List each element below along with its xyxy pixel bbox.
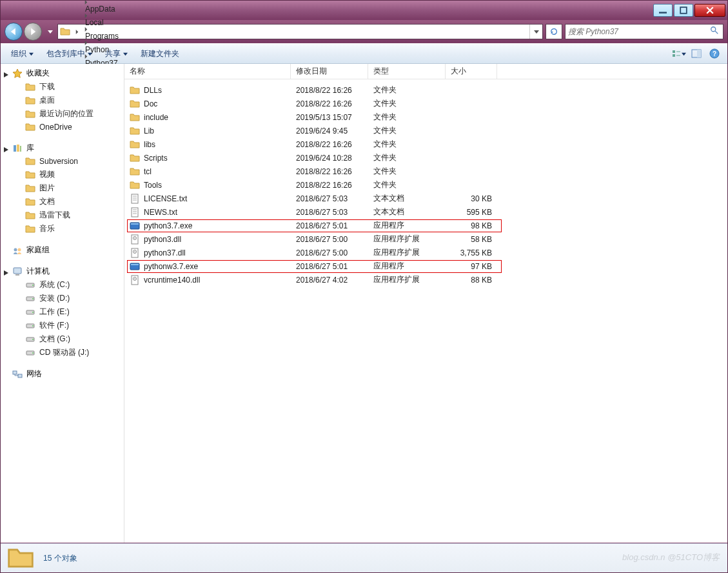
file-row[interactable]: Scripts2019/6/24 10:28文件夹	[124, 151, 727, 165]
sidebar-favorites: 收藏夹 下载桌面最近访问的位置OneDrive	[1, 66, 124, 134]
address-bar[interactable]: AdministratorAppDataLocalProgramsPythonP…	[57, 24, 543, 39]
sidebar-item[interactable]: 下载	[1, 80, 124, 94]
folder-icon	[25, 224, 35, 234]
file-row[interactable]: LICENSE.txt2018/6/27 5:03文本文档30 KB	[124, 192, 727, 205]
sidebar-network-header[interactable]: 网络	[1, 367, 124, 381]
file-row[interactable]: NEWS.txt2018/6/27 5:03文本文档595 KB	[124, 205, 727, 219]
file-row[interactable]: DLLs2018/8/22 16:26文件夹	[124, 83, 727, 97]
file-row[interactable]: tcl2018/8/22 16:26文件夹	[124, 165, 727, 178]
file-row[interactable]: Lib2019/6/24 9:45文件夹	[124, 124, 727, 137]
file-type: 文件夹	[368, 85, 446, 96]
sidebar-computer-header[interactable]: 计算机	[1, 265, 124, 278]
sidebar-computer: 计算机 系统 (C:)安装 (D:)工作 (E:)软件 (F:)文档 (G:)C…	[1, 265, 124, 359]
column-type[interactable]: 类型	[368, 64, 446, 79]
view-options-button[interactable]	[671, 46, 686, 61]
file-date: 2018/6/27 4:02	[291, 276, 368, 285]
back-button[interactable]	[5, 23, 23, 41]
file-row[interactable]: include2019/5/13 15:07文件夹	[124, 110, 727, 124]
sidebar-item[interactable]: 迅雷下载	[1, 208, 124, 222]
file-date: 2018/8/22 16:26	[291, 99, 368, 108]
homegroup-icon	[12, 245, 23, 256]
file-date: 2018/6/27 5:00	[291, 248, 368, 257]
folder-icon	[25, 210, 35, 221]
file-name: LICENSE.txt	[144, 194, 187, 203]
file-name: libs	[144, 140, 155, 149]
file-size: 98 KB	[446, 221, 497, 230]
file-name: python3.dll	[144, 235, 181, 244]
sidebar-homegroup-header[interactable]: 家庭组	[1, 243, 124, 257]
sidebar-item[interactable]: CD 驱动器 (J:)	[1, 346, 124, 359]
organize-button[interactable]: 组织	[6, 46, 39, 61]
chevron-right-icon[interactable]	[72, 30, 81, 34]
folder-icon	[7, 545, 34, 572]
file-date: 2018/8/22 16:26	[291, 140, 368, 149]
sidebar-item[interactable]: OneDrive	[1, 121, 124, 134]
sidebar-item[interactable]: 最近访问的位置	[1, 107, 124, 121]
refresh-button[interactable]	[546, 24, 562, 39]
search-input[interactable]	[568, 27, 710, 36]
file-row[interactable]: python3.7.exe2018/6/27 5:01应用程序98 KB	[124, 219, 727, 232]
sidebar-item[interactable]: 桌面	[1, 94, 124, 107]
minimize-button[interactable]	[653, 4, 673, 17]
dll-icon	[130, 248, 140, 258]
forward-button[interactable]	[24, 23, 42, 41]
sidebar-favorites-header[interactable]: 收藏夹	[1, 66, 124, 80]
file-date: 2018/6/27 5:01	[291, 262, 368, 271]
file-date: 2018/8/22 16:26	[291, 86, 368, 95]
column-name[interactable]: 名称	[124, 64, 291, 79]
sidebar-item[interactable]: 软件 (F:)	[1, 319, 124, 332]
toolbar: 组织 包含到库中 共享 新建文件夹	[1, 43, 727, 64]
file-row[interactable]: vcruntime140.dll2018/6/27 4:02应用程序扩展88 K…	[124, 273, 727, 286]
share-button[interactable]: 共享	[100, 46, 133, 61]
folder-icon	[130, 85, 140, 96]
file-size: 3,755 KB	[446, 248, 497, 257]
chevron-right-icon[interactable]	[81, 27, 90, 32]
sidebar-item[interactable]: 系统 (C:)	[1, 278, 124, 292]
help-button[interactable]	[707, 46, 722, 61]
nav-history-dropdown[interactable]	[46, 25, 55, 38]
file-row[interactable]: libs2018/8/22 16:26文件夹	[124, 137, 727, 151]
sidebar-item[interactable]: 视频	[1, 168, 124, 181]
folder-icon	[25, 82, 35, 92]
sidebar-item-label: 文档	[39, 196, 55, 207]
breadcrumb-segment[interactable]: Local	[81, 18, 135, 27]
new-folder-button[interactable]: 新建文件夹	[135, 46, 184, 61]
column-date[interactable]: 修改日期	[291, 64, 368, 79]
breadcrumb-segment[interactable]: Programs	[81, 32, 135, 41]
sidebar-item[interactable]: 文档	[1, 195, 124, 208]
folder-icon	[25, 122, 35, 132]
file-row[interactable]: python37.dll2018/6/27 5:00应用程序扩展3,755 KB	[124, 246, 727, 259]
address-dropdown[interactable]	[529, 25, 542, 39]
include-in-library-button[interactable]: 包含到库中	[41, 46, 97, 61]
chevron-right-icon[interactable]	[81, 41, 90, 45]
sidebar-item[interactable]: Subversion	[1, 155, 124, 168]
sidebar-libraries-header[interactable]: 库	[1, 141, 124, 155]
chevron-right-icon[interactable]	[81, 0, 90, 5]
file-row[interactable]: Tools2018/8/22 16:26文件夹	[124, 178, 727, 192]
folder-icon	[130, 166, 140, 177]
dll-icon	[130, 234, 140, 245]
file-row[interactable]: pythonw3.7.exe2018/6/27 5:01应用程序97 KB	[124, 259, 727, 273]
sidebar-item[interactable]: 图片	[1, 181, 124, 195]
file-view: 名称 修改日期 类型 大小 DLLs2018/8/22 16:26文件夹Doc2…	[124, 64, 727, 543]
library-icon	[12, 143, 23, 154]
maximize-button[interactable]	[674, 4, 693, 17]
sidebar-item[interactable]: 安装 (D:)	[1, 292, 124, 305]
file-row[interactable]: python3.dll2018/6/27 5:00应用程序扩展58 KB	[124, 232, 727, 246]
item-count: 15 个对象	[43, 553, 77, 564]
sidebar-item[interactable]: 音乐	[1, 222, 124, 236]
file-name: include	[144, 113, 168, 122]
breadcrumb-segment[interactable]: AppData	[81, 5, 135, 14]
favorites-label: 收藏夹	[26, 68, 50, 79]
column-size[interactable]: 大小	[446, 64, 497, 79]
sidebar-item-label: 迅雷下载	[39, 210, 70, 221]
txt-icon	[130, 207, 140, 217]
close-button[interactable]	[694, 4, 725, 17]
sidebar-item[interactable]: 工作 (E:)	[1, 305, 124, 319]
file-type: 应用程序	[368, 261, 446, 272]
chevron-right-icon[interactable]	[81, 14, 90, 18]
preview-pane-button[interactable]	[689, 46, 704, 61]
search-box[interactable]	[565, 24, 723, 39]
file-row[interactable]: Doc2018/8/22 16:26文件夹	[124, 97, 727, 110]
sidebar-item[interactable]: 文档 (G:)	[1, 332, 124, 346]
